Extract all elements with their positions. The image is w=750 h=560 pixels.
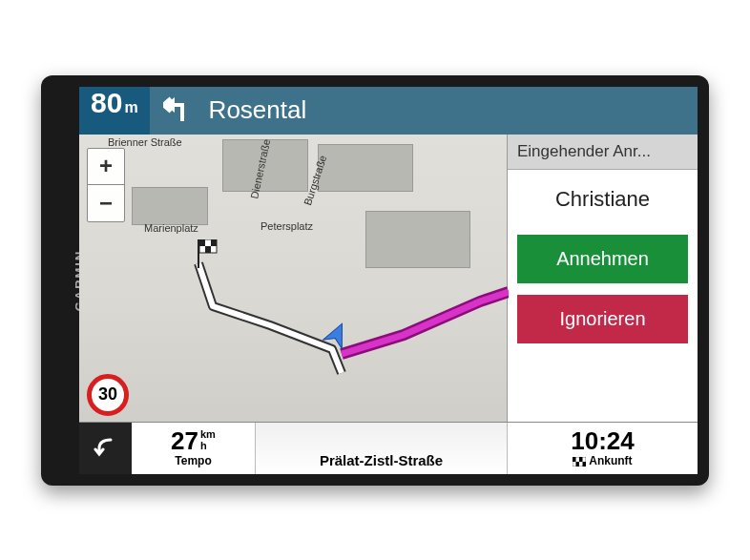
speed-limit-sign: 30	[87, 374, 129, 416]
distance-unit: m	[124, 99, 137, 116]
current-road[interactable]: Prälat-Zistl-Straße	[256, 423, 507, 474]
speed-label: Tempo	[175, 454, 211, 467]
distance-value: 80	[91, 87, 122, 119]
caller-name: Christiane	[508, 170, 698, 229]
gps-device: GARMIN 80 m Rosental	[41, 75, 709, 486]
zoom-in-button[interactable]: +	[88, 149, 124, 185]
speed-unit-top: km	[200, 428, 216, 440]
svg-rect-3	[211, 239, 217, 246]
speed-limit-value: 30	[98, 384, 117, 404]
accept-call-button[interactable]: Annehmen	[517, 235, 688, 283]
street-label: Brienner Straße	[108, 136, 182, 148]
destination-flag-icon	[194, 239, 219, 274]
screen: 80 m Rosental	[79, 87, 698, 474]
arrival-label: Ankunft	[589, 454, 632, 467]
zoom-out-button[interactable]: −	[88, 185, 124, 221]
svg-rect-8	[576, 462, 580, 467]
svg-rect-2	[199, 239, 205, 246]
arrival-flag-icon	[573, 457, 586, 467]
destination-name: Rosental	[209, 95, 307, 125]
svg-rect-4	[205, 246, 211, 253]
call-panel-title: Eingehender Anr...	[508, 135, 698, 170]
svg-rect-6	[573, 457, 576, 462]
speed-value: 27	[171, 426, 198, 455]
current-position-icon	[323, 321, 351, 353]
speed-row: 27kmh	[171, 428, 216, 453]
turn-left-icon	[163, 93, 196, 129]
distance-box: 80 m	[79, 87, 150, 135]
zoom-control: + −	[87, 148, 125, 222]
main-area: Brienner Straße Dienerstraße Burgstraße …	[79, 135, 698, 422]
street-label: Petersplatz	[260, 220, 313, 232]
speed-unit-bot: h	[200, 440, 207, 451]
speed-panel[interactable]: 27kmh Tempo	[132, 423, 256, 474]
map-view[interactable]: Brienner Straße Dienerstraße Burgstraße …	[79, 135, 507, 422]
arrival-time: 10:24	[571, 428, 635, 453]
ignore-call-button[interactable]: Ignorieren	[517, 295, 688, 343]
svg-rect-9	[583, 462, 587, 467]
svg-rect-7	[579, 457, 583, 462]
back-button[interactable]	[79, 423, 132, 474]
arrival-panel[interactable]: 10:24 Ankunft	[507, 423, 698, 474]
street-label: Marienplatz	[144, 222, 198, 234]
call-panel: Eingehender Anr... Christiane Annehmen I…	[507, 135, 698, 422]
bottom-bar: 27kmh Tempo Prälat-Zistl-Straße 10:24 An…	[79, 422, 698, 474]
nav-header[interactable]: 80 m Rosental	[79, 87, 698, 135]
back-arrow-icon	[94, 436, 118, 461]
